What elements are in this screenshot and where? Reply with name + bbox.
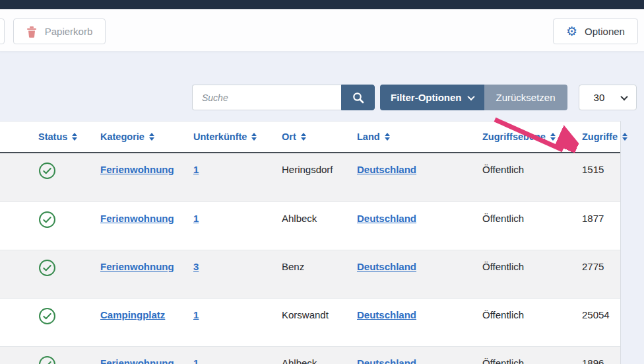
search-button[interactable] (341, 85, 375, 110)
country-link[interactable]: Deutschland (357, 261, 416, 272)
country-link[interactable]: Deutschland (357, 213, 416, 224)
country-cell: Deutschland (357, 299, 482, 346)
column-header[interactable]: Ort (282, 122, 357, 152)
search-icon (352, 92, 364, 104)
accommodations-link[interactable]: 1 (193, 213, 199, 224)
search-group (192, 85, 375, 110)
category-link[interactable]: Ferienwohnung (100, 164, 174, 175)
hits-cell: 1896 (582, 347, 620, 364)
accommodations-cell: 1 (193, 153, 282, 201)
country-cell: Deutschland (357, 153, 482, 201)
table-row: Campingplatz 1 Korswandt Deutschland Öff… (0, 298, 620, 346)
column-header-label: Zugriffe (582, 131, 618, 142)
table-row: Ferienwohnung 1 Ahlbeck Deutschland Öffe… (0, 346, 620, 364)
hits-cell: 2775 (582, 250, 620, 298)
category-link[interactable]: Ferienwohnung (100, 261, 174, 272)
city-cell: Korswandt (282, 299, 357, 346)
status-cell (0, 299, 100, 346)
accommodations-cell: 1 (193, 347, 282, 364)
access-level-cell: Öffentlich (482, 299, 582, 346)
listing-table: Status Kategorie Unterkünfte Ort Land Zu… (0, 121, 621, 364)
filter-options-button[interactable]: Filter-Optionen (380, 85, 484, 110)
trash-button-label: Papierkorb (45, 26, 93, 37)
hits-cell: 1877 (582, 202, 620, 250)
country-link[interactable]: Deutschland (357, 357, 416, 364)
select-chevron-icon (620, 92, 628, 100)
country-cell: Deutschland (357, 347, 482, 364)
status-cell (0, 250, 100, 298)
column-header-label: Zugriffsebene (482, 131, 546, 142)
top-navbar (0, 0, 644, 9)
city-cell: Benz (282, 250, 357, 298)
sort-icon (550, 133, 556, 141)
filter-button-group: Filter-Optionen Zurücksetzen (380, 85, 567, 110)
accommodations-cell: 3 (193, 250, 282, 298)
toolbar-cutoff-button[interactable] (0, 18, 5, 44)
filter-bar: Filter-Optionen Zurücksetzen 30 (192, 85, 637, 110)
status-published-icon[interactable] (38, 307, 56, 327)
toolbar: Papierkorb ⚙ Optionen (0, 9, 644, 52)
category-cell: Ferienwohnung (100, 347, 193, 364)
table-header-row: Status Kategorie Unterkünfte Ort Land Zu… (0, 122, 620, 153)
accommodations-link[interactable]: 1 (193, 309, 199, 320)
sort-icon (622, 133, 628, 141)
city-cell: Heringsdorf (282, 153, 357, 201)
accommodations-cell: 1 (193, 202, 282, 250)
status-cell (0, 347, 100, 364)
filter-options-label: Filter-Optionen (391, 92, 462, 103)
screen: Papierkorb ⚙ Optionen Filter-Optionen (0, 0, 644, 364)
accommodations-cell: 1 (193, 299, 282, 346)
options-button[interactable]: ⚙ Optionen (553, 18, 638, 44)
category-cell: Ferienwohnung (100, 250, 193, 298)
country-cell: Deutschland (357, 250, 482, 298)
category-link[interactable]: Ferienwohnung (100, 213, 174, 224)
gear-icon: ⚙ (566, 25, 577, 38)
column-header-label: Land (357, 131, 380, 142)
category-link[interactable]: Campingplatz (100, 309, 165, 320)
column-header[interactable]: Zugriffe (582, 122, 628, 152)
column-header[interactable]: Unterkünfte (193, 122, 282, 152)
category-link[interactable]: Ferienwohnung (100, 357, 174, 364)
country-link[interactable]: Deutschland (357, 164, 416, 175)
column-header[interactable]: Zugriffsebene (482, 122, 582, 152)
access-level-cell: Öffentlich (482, 153, 582, 201)
status-published-icon[interactable] (38, 355, 56, 364)
column-header[interactable]: Land (357, 122, 482, 152)
sort-icon (72, 133, 77, 141)
table-body: Ferienwohnung 1 Heringsdorf Deutschland … (0, 153, 620, 364)
page-size-select[interactable]: 30 (579, 85, 637, 110)
page-size-value: 30 (594, 92, 605, 103)
sort-icon (385, 133, 390, 141)
column-header[interactable]: Status (0, 122, 100, 152)
column-header-label: Ort (282, 131, 296, 142)
status-published-icon[interactable] (38, 211, 56, 231)
table-row: Ferienwohnung 1 Heringsdorf Deutschland … (0, 153, 620, 201)
status-cell (0, 153, 100, 201)
country-link[interactable]: Deutschland (357, 309, 416, 320)
status-published-icon[interactable] (38, 259, 56, 279)
category-cell: Campingplatz (100, 299, 193, 346)
sort-icon (251, 133, 257, 141)
column-header-label: Kategorie (100, 131, 145, 142)
column-header-label: Unterkünfte (193, 131, 247, 142)
access-level-cell: Öffentlich (482, 202, 582, 250)
access-level-cell: Öffentlich (482, 250, 582, 298)
reset-button[interactable]: Zurücksetzen (484, 85, 567, 110)
table-row: Ferienwohnung 1 Ahlbeck Deutschland Öffe… (0, 201, 620, 250)
accommodations-link[interactable]: 3 (193, 261, 199, 272)
status-cell (0, 202, 100, 250)
category-cell: Ferienwohnung (100, 202, 193, 250)
trash-icon (26, 26, 37, 38)
accommodations-link[interactable]: 1 (193, 357, 199, 364)
sort-icon (149, 133, 154, 141)
trash-button[interactable]: Papierkorb (13, 18, 106, 44)
accommodations-link[interactable]: 1 (193, 164, 199, 175)
options-button-label: Optionen (585, 26, 625, 37)
status-published-icon[interactable] (38, 162, 56, 182)
category-cell: Ferienwohnung (100, 153, 193, 201)
city-cell: Ahlbeck (282, 202, 357, 250)
search-input[interactable] (192, 85, 341, 110)
country-cell: Deutschland (357, 202, 482, 250)
column-header-label: Status (38, 131, 67, 142)
column-header[interactable]: Kategorie (100, 122, 193, 152)
